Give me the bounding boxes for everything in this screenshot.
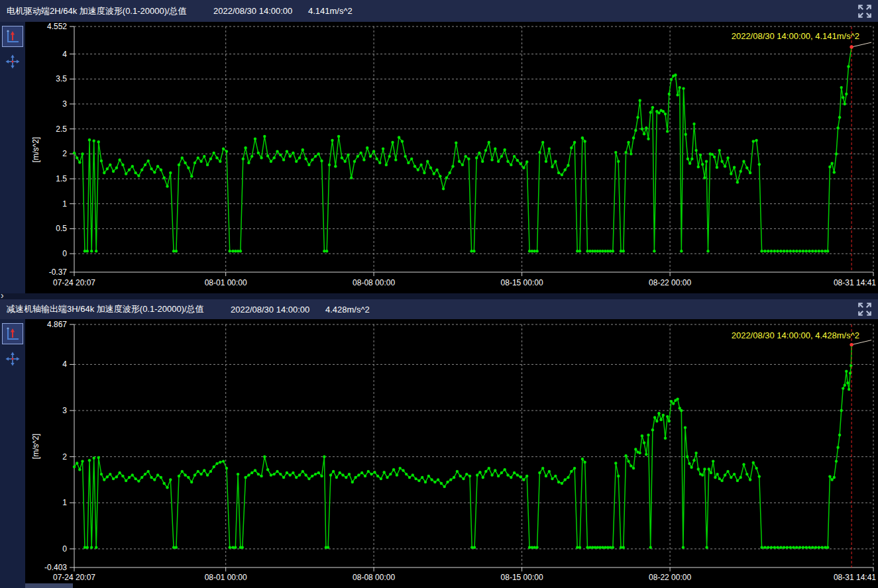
- collapse-arrow-icon[interactable]: ›: [1, 291, 4, 300]
- svg-text:08-15 00:00: 08-15 00:00: [501, 573, 543, 582]
- svg-text:2: 2: [62, 149, 67, 158]
- panel-divider: ›: [0, 293, 878, 299]
- trend-chart-bottom[interactable]: 4.86743210-0.40307-24 20:0708-01 00:0008…: [25, 319, 878, 588]
- chart-panel-top: 电机驱动端2H/64k 加速度波形(0.1-20000)/总值 2022/08/…: [0, 0, 878, 293]
- bottom-left-strip: [25, 583, 73, 588]
- chart-area-bottom: 4.86743210-0.40307-24 20:0708-01 00:0008…: [0, 319, 878, 588]
- panel-top-timestamp: 2022/08/30 14:00:00: [213, 6, 308, 16]
- vibration-trend-app: 电机驱动端2H/64k 加速度波形(0.1-20000)/总值 2022/08/…: [0, 0, 878, 588]
- chart-panel-bottom: 减速机轴输出端3H/64k 加速度波形(0.1-20000)/总值 2022/0…: [0, 299, 878, 588]
- panel-bottom-timestamp: 2022/08/30 14:00:00: [231, 305, 325, 315]
- svg-text:08-31 14:41: 08-31 14:41: [834, 573, 876, 582]
- cursor-annotation: 2022/08/30 14:00:00, 4.428m/s^2: [732, 330, 859, 340]
- svg-text:3: 3: [62, 99, 67, 109]
- svg-text:-0.403: -0.403: [44, 563, 67, 572]
- series-line: [74, 47, 851, 251]
- y-scale-tool-button[interactable]: [2, 323, 23, 344]
- y-scale-icon: [5, 326, 21, 342]
- svg-text:3: 3: [62, 406, 67, 415]
- svg-text:1: 1: [62, 498, 67, 507]
- svg-text:08-01 00:00: 08-01 00:00: [205, 573, 247, 582]
- svg-text:08-22 00:00: 08-22 00:00: [649, 573, 691, 582]
- svg-text:08-08 00:00: 08-08 00:00: [353, 573, 395, 582]
- svg-text:07-24 20:07: 07-24 20:07: [53, 278, 95, 287]
- panel-top-value: 4.141m/s^2: [308, 6, 353, 16]
- pan-icon: [5, 352, 20, 366]
- y-scale-tool-button[interactable]: [2, 26, 23, 47]
- svg-text:2.5: 2.5: [56, 124, 67, 134]
- svg-text:-0.37: -0.37: [49, 268, 68, 277]
- chart-toolbar-bottom: [0, 319, 25, 588]
- svg-text:1: 1: [62, 199, 67, 209]
- trend-chart-top[interactable]: 4.55243.532.521.510.50-0.3707-24 20:0708…: [25, 22, 878, 293]
- svg-text:4.867: 4.867: [47, 320, 67, 329]
- svg-text:4: 4: [62, 50, 67, 59]
- chart-toolbar-top: [0, 22, 25, 293]
- expand-icon[interactable]: [857, 3, 873, 19]
- svg-text:[m/s^2]: [m/s^2]: [31, 137, 40, 162]
- svg-text:1.5: 1.5: [56, 174, 67, 183]
- series-line: [74, 345, 851, 548]
- panel-top-title: 电机驱动端2H/64k 加速度波形(0.1-20000)/总值: [7, 5, 213, 17]
- svg-text:3.5: 3.5: [56, 74, 67, 83]
- svg-text:0.5: 0.5: [56, 224, 67, 233]
- svg-text:08-22 00:00: 08-22 00:00: [649, 278, 691, 287]
- svg-text:08-31 14:41: 08-31 14:41: [834, 278, 876, 287]
- svg-text:2: 2: [62, 452, 67, 462]
- cursor-marker: [850, 343, 853, 346]
- expand-icon[interactable]: [857, 301, 873, 317]
- chart-area-top: 4.55243.532.521.510.50-0.3707-24 20:0708…: [0, 22, 878, 293]
- pan-tool-button[interactable]: [2, 51, 23, 72]
- svg-text:4: 4: [62, 360, 67, 369]
- pan-tool-button[interactable]: [2, 348, 23, 369]
- panel-top-titlebar: 电机驱动端2H/64k 加速度波形(0.1-20000)/总值 2022/08/…: [0, 0, 878, 22]
- svg-text:[m/s^2]: [m/s^2]: [31, 434, 40, 459]
- cursor-annotation: 2022/08/30 14:00:00, 4.141m/s^2: [732, 31, 859, 41]
- panel-bottom-titlebar: 减速机轴输出端3H/64k 加速度波形(0.1-20000)/总值 2022/0…: [0, 299, 878, 319]
- pan-icon: [5, 54, 20, 69]
- svg-text:08-15 00:00: 08-15 00:00: [501, 278, 543, 287]
- svg-text:08-08 00:00: 08-08 00:00: [353, 278, 395, 287]
- svg-text:08-01 00:00: 08-01 00:00: [205, 278, 247, 287]
- cursor-marker: [850, 45, 853, 48]
- svg-text:07-24 20:07: 07-24 20:07: [53, 573, 95, 582]
- panel-bottom-value: 4.428m/s^2: [325, 305, 370, 315]
- svg-text:0: 0: [62, 544, 67, 554]
- y-scale-icon: [5, 28, 21, 44]
- panel-bottom-title: 减速机轴输出端3H/64k 加速度波形(0.1-20000)/总值: [7, 303, 231, 315]
- svg-text:0: 0: [62, 249, 67, 258]
- svg-text:4.552: 4.552: [47, 22, 67, 31]
